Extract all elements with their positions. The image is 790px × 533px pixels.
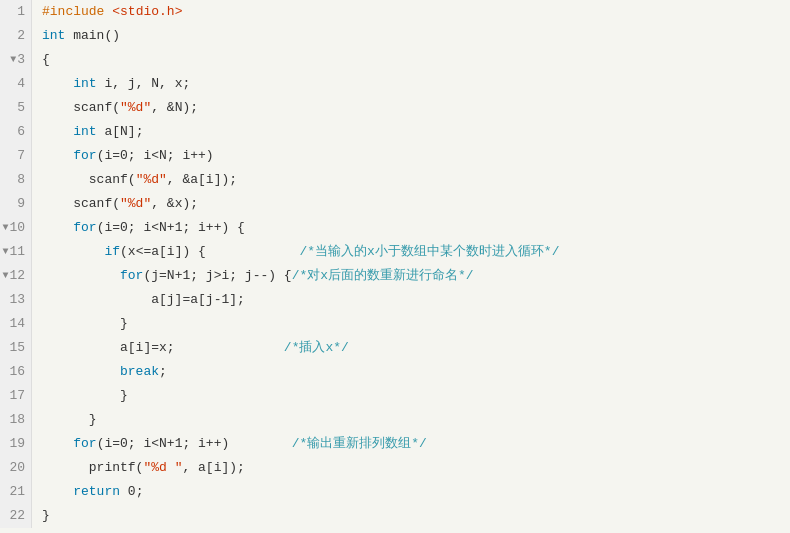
table-row: 20 printf("%d ", a[i]); <box>0 456 790 480</box>
line-content: if(x<=a[i]) { /*当输入的x小于数组中某个数时进入循环*/ <box>32 240 790 264</box>
line-content: #include <stdio.h> <box>32 0 790 24</box>
collapse-arrow[interactable]: ▼ <box>2 240 8 264</box>
code-token: main <box>73 28 104 43</box>
line-number: 16 <box>0 360 32 384</box>
line-content: int a[N]; <box>32 120 790 144</box>
line-number: 19 <box>0 432 32 456</box>
line-content: scanf("%d", &a[i]); <box>32 168 790 192</box>
table-row: ▼3 { <box>0 48 790 72</box>
line-number: 8 <box>0 168 32 192</box>
line-number: 1 <box>0 0 32 24</box>
table-row: 2 int main() <box>0 24 790 48</box>
table-row: 5 scanf("%d", &N); <box>0 96 790 120</box>
line-content: { <box>32 48 790 72</box>
line-number: ▼12 <box>0 264 32 288</box>
code-token: /*输出重新排列数组*/ <box>292 436 427 451</box>
line-number: 22 <box>0 504 32 528</box>
line-number: 9 <box>0 192 32 216</box>
code-token: <stdio.h> <box>112 4 182 19</box>
code-token: return <box>73 484 120 499</box>
code-token: break <box>120 364 159 379</box>
collapse-arrow[interactable]: ▼ <box>2 216 8 240</box>
table-row: 21 return 0; <box>0 480 790 504</box>
code-token: for <box>120 268 143 283</box>
code-token: "%d " <box>143 460 182 475</box>
line-number: 21 <box>0 480 32 504</box>
code-token: /*插入x*/ <box>284 340 349 355</box>
table-row: 6 int a[N]; <box>0 120 790 144</box>
table-row: 17 } <box>0 384 790 408</box>
table-row: ▼10 for(i=0; i<N+1; i++) { <box>0 216 790 240</box>
line-content: for(j=N+1; j>i; j--) {/*对x后面的数重新进行命名*/ <box>32 264 790 288</box>
code-token: for <box>73 220 96 235</box>
table-row: 19 for(i=0; i<N+1; i++) /*输出重新排列数组*/ <box>0 432 790 456</box>
line-number: 15 <box>0 336 32 360</box>
line-number: ▼3 <box>0 48 32 72</box>
line-content: for(i=0; i<N+1; i++) { <box>32 216 790 240</box>
code-token: int <box>42 28 65 43</box>
code-token: /*当输入的x小于数组中某个数时进入循环*/ <box>299 244 559 259</box>
table-row: 8 scanf("%d", &a[i]); <box>0 168 790 192</box>
line-content: int main() <box>32 24 790 48</box>
table-row: 18 } <box>0 408 790 432</box>
line-number: 5 <box>0 96 32 120</box>
line-number: 4 <box>0 72 32 96</box>
line-content: for(i=0; i<N; i++) <box>32 144 790 168</box>
line-number: 2 <box>0 24 32 48</box>
line-content: for(i=0; i<N+1; i++) /*输出重新排列数组*/ <box>32 432 790 456</box>
code-editor: 1 #include <stdio.h> 2 int main() ▼3 { 4… <box>0 0 790 533</box>
line-number: ▼11 <box>0 240 32 264</box>
line-content: printf("%d ", a[i]); <box>32 456 790 480</box>
code-token: "%d" <box>120 196 151 211</box>
line-content: } <box>32 408 790 432</box>
line-content: return 0; <box>32 480 790 504</box>
code-token: #include <box>42 4 104 19</box>
collapse-arrow[interactable]: ▼ <box>2 264 8 288</box>
code-token: int <box>73 124 96 139</box>
code-token: "%d" <box>136 172 167 187</box>
table-row: 22 } <box>0 504 790 528</box>
table-row: 1 #include <stdio.h> <box>0 0 790 24</box>
table-row: ▼12 for(j=N+1; j>i; j--) {/*对x后面的数重新进行命名… <box>0 264 790 288</box>
code-token: for <box>73 436 96 451</box>
code-area: 1 #include <stdio.h> 2 int main() ▼3 { 4… <box>0 0 790 533</box>
line-content: scanf("%d", &N); <box>32 96 790 120</box>
table-row: 9 scanf("%d", &x); <box>0 192 790 216</box>
code-token: for <box>73 148 96 163</box>
table-row: 4 int i, j, N, x; <box>0 72 790 96</box>
line-content: a[j]=a[j-1]; <box>32 288 790 312</box>
table-row: 15 a[i]=x; /*插入x*/ <box>0 336 790 360</box>
line-number: 20 <box>0 456 32 480</box>
table-row: 7 for(i=0; i<N; i++) <box>0 144 790 168</box>
code-token: if <box>104 244 120 259</box>
line-number: 14 <box>0 312 32 336</box>
line-number: 6 <box>0 120 32 144</box>
collapse-arrow[interactable]: ▼ <box>10 48 16 72</box>
line-number: 7 <box>0 144 32 168</box>
code-token: "%d" <box>120 100 151 115</box>
line-content: scanf("%d", &x); <box>32 192 790 216</box>
line-number: ▼10 <box>0 216 32 240</box>
line-number: 18 <box>0 408 32 432</box>
line-number: 13 <box>0 288 32 312</box>
line-content: } <box>32 312 790 336</box>
line-content: int i, j, N, x; <box>32 72 790 96</box>
line-content: } <box>32 504 790 528</box>
line-content: } <box>32 384 790 408</box>
table-row: 16 break; <box>0 360 790 384</box>
line-content: a[i]=x; /*插入x*/ <box>32 336 790 360</box>
line-number: 17 <box>0 384 32 408</box>
code-token: int <box>73 76 96 91</box>
table-row: ▼11 if(x<=a[i]) { /*当输入的x小于数组中某个数时进入循环*/ <box>0 240 790 264</box>
line-content: break; <box>32 360 790 384</box>
code-token: /*对x后面的数重新进行命名*/ <box>292 268 474 283</box>
table-row: 13 a[j]=a[j-1]; <box>0 288 790 312</box>
table-row: 14 } <box>0 312 790 336</box>
